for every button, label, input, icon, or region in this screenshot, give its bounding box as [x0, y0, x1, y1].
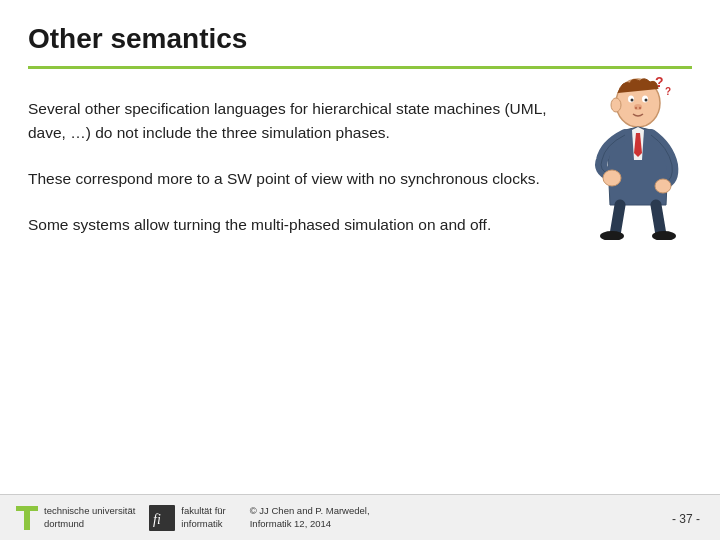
slide: Other semantics [0, 0, 720, 540]
tu-logo [16, 506, 38, 530]
slide-content: Several other specification languages fo… [0, 69, 720, 237]
institution-line1: technische universität [44, 505, 135, 518]
tu-logo-icon [16, 506, 38, 530]
copyright-group: © JJ Chen and P. Marwedel, Informatik 12… [250, 505, 370, 531]
paragraph-3: Some systems allow turning the multi-pha… [28, 213, 568, 237]
institution-name: technische universität dortmund [44, 505, 135, 531]
paragraph-2: These correspond more to a SW point of v… [28, 167, 568, 191]
copyright-line1: © JJ Chen and P. Marwedel, [250, 505, 370, 518]
faculty-line2: informatik [181, 518, 225, 531]
institution-line2: dortmund [44, 518, 135, 531]
faculty-line1: fakultät für [181, 505, 225, 518]
svg-text:fi: fi [153, 512, 161, 527]
paragraph-1: Several other specification languages fo… [28, 97, 568, 145]
slide-footer: technische universität dortmund fi fakul… [0, 494, 720, 540]
page-number: - 37 - [672, 512, 700, 526]
slide-header: Other semantics [0, 0, 720, 56]
fi-logo-area: fi [149, 505, 175, 531]
svg-rect-16 [24, 511, 30, 530]
fi-logo-icon: fi [149, 505, 175, 531]
copyright-line2: Informatik 12, 2014 [250, 518, 370, 531]
svg-rect-15 [16, 506, 38, 511]
faculty-name: fakultät für informatik [181, 505, 225, 531]
slide-title: Other semantics [28, 22, 692, 56]
